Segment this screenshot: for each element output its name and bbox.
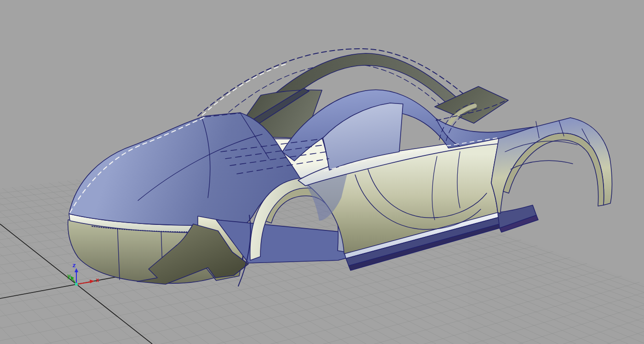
viewport-canvas[interactable]: z x y	[0, 0, 644, 344]
x-axis-label: x	[96, 276, 99, 283]
cad-viewport[interactable]: z x y	[0, 0, 644, 344]
origin-marker	[75, 283, 78, 286]
y-axis-label: y	[67, 272, 71, 279]
z-axis-label: z	[72, 262, 76, 269]
